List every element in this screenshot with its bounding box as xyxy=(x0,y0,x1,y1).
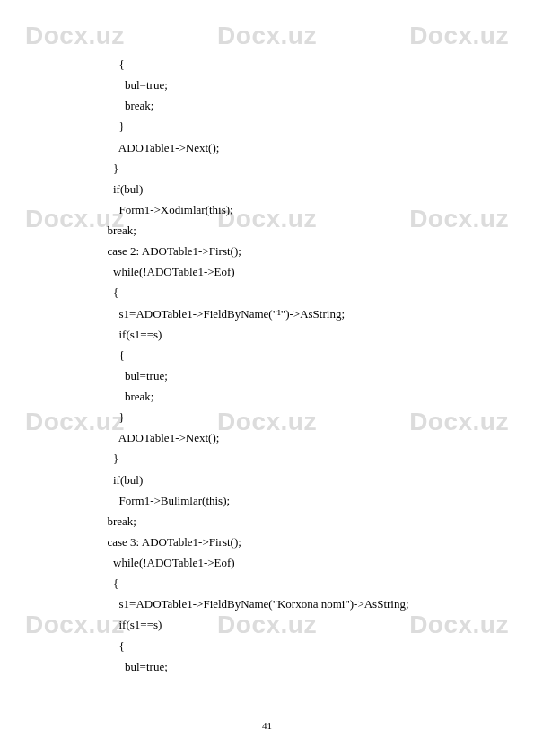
code-line: Form1->Bulimlar(this); xyxy=(90,490,480,511)
code-line: s1=ADOTable1->FieldByName("Korxona nomi"… xyxy=(90,593,480,614)
page-number: 41 xyxy=(0,720,534,731)
code-line: while(!ADOTable1->Eof) xyxy=(90,261,480,282)
code-line: bul=true; xyxy=(90,75,480,95)
code-line: bul=true; xyxy=(90,365,480,386)
code-line: if(s1==s) xyxy=(90,324,480,345)
code-content: { bul=true; break; } ADOTable1->Next(); … xyxy=(0,0,534,695)
code-line: while(!ADOTable1->Eof) xyxy=(90,552,480,573)
code-line: if(s1==s) xyxy=(90,614,480,635)
code-line: s1=ADOTable1->FieldByName("¹")->AsString… xyxy=(90,303,480,324)
code-line: ADOTable1->Next(); xyxy=(90,427,480,448)
code-line: } xyxy=(90,116,480,136)
code-line: if(bul) xyxy=(90,179,480,199)
code-line: { xyxy=(90,345,480,365)
code-line: break; xyxy=(90,220,480,241)
code-line: { xyxy=(90,54,480,75)
code-line: } xyxy=(90,407,480,427)
code-line: break; xyxy=(90,386,480,407)
code-line: } xyxy=(90,448,480,469)
code-line: Form1->Xodimlar(this); xyxy=(90,199,480,220)
code-line: bul=true; xyxy=(90,656,480,677)
code-line: case 3: ADOTable1->First(); xyxy=(90,532,480,552)
code-line: if(bul) xyxy=(90,470,480,490)
code-line: { xyxy=(90,636,480,656)
code-line: case 2: ADOTable1->First(); xyxy=(90,241,480,261)
code-line: { xyxy=(90,282,480,303)
code-line: ADOTable1->Next(); xyxy=(90,137,480,158)
code-line: break; xyxy=(90,511,480,532)
code-line: break; xyxy=(90,95,480,116)
code-line: } xyxy=(90,158,480,179)
code-line: { xyxy=(90,573,480,593)
